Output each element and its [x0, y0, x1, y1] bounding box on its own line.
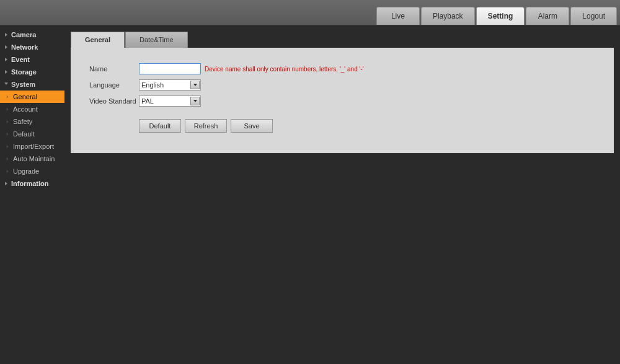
tab-live[interactable]: Live — [376, 7, 420, 25]
refresh-button[interactable]: Refresh — [185, 119, 227, 133]
dropdown-icon — [190, 97, 200, 105]
content-tab-general[interactable]: General — [71, 32, 125, 48]
tab-playback[interactable]: Playback — [421, 7, 475, 25]
sidebar-sub-default[interactable]: ›Default — [0, 128, 64, 140]
sidebar-item-system[interactable]: System — [0, 78, 64, 91]
sidebar-item-camera[interactable]: Camera — [0, 29, 64, 41]
sidebar-sub-label: Account — [13, 105, 38, 113]
language-label: Language — [89, 81, 139, 89]
tab-setting[interactable]: Setting — [476, 7, 525, 25]
sidebar-label: Event — [11, 56, 30, 63]
content-tab-strip: General Date&Time — [71, 32, 614, 48]
sidebar-label: System — [11, 81, 35, 88]
chevron-right-icon — [4, 69, 9, 74]
form-row-name: Name Device name shall only contain numb… — [89, 63, 595, 74]
content-area: General Date&Time Name Device name shall… — [64, 25, 620, 364]
sidebar-label: Camera — [11, 31, 36, 38]
sidebar-item-event[interactable]: Event — [0, 53, 64, 66]
sidebar-item-storage[interactable]: Storage — [0, 66, 64, 78]
sidebar-sub-auto-maintain[interactable]: ›Auto Maintain — [0, 153, 64, 165]
sidebar-sub-label: Import/Export — [13, 143, 54, 150]
name-label: Name — [89, 65, 139, 73]
main-area: Camera Network Event Storage System ›Gen… — [0, 25, 620, 364]
language-value: English — [141, 81, 190, 89]
sidebar-sub-label: Auto Maintain — [13, 155, 55, 162]
chevron-right-icon — [4, 32, 9, 37]
chevron-right-icon: › — [6, 106, 11, 112]
chevron-right-icon — [4, 57, 9, 62]
chevron-down-icon — [4, 82, 9, 87]
name-input[interactable] — [139, 63, 201, 74]
name-hint: Device name shall only contain numbers, … — [205, 66, 364, 73]
chevron-right-icon — [4, 181, 9, 186]
sidebar-item-network[interactable]: Network — [0, 41, 64, 53]
sidebar-sub-safety[interactable]: ›Safety — [0, 115, 64, 128]
button-row: Default Refresh Save — [139, 119, 595, 133]
sidebar-sub-label: Default — [13, 130, 35, 138]
chevron-right-icon: › — [6, 131, 11, 137]
chevron-right-icon: › — [6, 168, 11, 174]
sidebar-label: Information — [11, 180, 49, 187]
chevron-right-icon: › — [6, 156, 11, 162]
language-select[interactable]: English — [139, 79, 201, 91]
sidebar-sub-import-export[interactable]: ›Import/Export — [0, 140, 64, 153]
video-standard-select[interactable]: PAL — [139, 95, 201, 107]
sidebar-sub-upgrade[interactable]: ›Upgrade — [0, 165, 64, 177]
sidebar: Camera Network Event Storage System ›Gen… — [0, 25, 64, 364]
settings-panel: Name Device name shall only contain numb… — [71, 48, 614, 153]
tab-alarm[interactable]: Alarm — [526, 7, 569, 25]
save-button[interactable]: Save — [231, 119, 273, 133]
sidebar-sub-general[interactable]: ›General — [0, 91, 64, 103]
chevron-right-icon: › — [6, 143, 11, 149]
sidebar-label: Storage — [11, 68, 37, 76]
chevron-right-icon: › — [6, 118, 11, 125]
sidebar-sub-label: Safety — [13, 118, 32, 125]
sidebar-label: Network — [11, 43, 38, 51]
video-standard-value: PAL — [141, 97, 190, 105]
form-row-language: Language English — [89, 79, 595, 91]
chevron-right-icon: › — [6, 94, 11, 100]
sidebar-sub-account[interactable]: ›Account — [0, 103, 64, 115]
content-tab-datetime[interactable]: Date&Time — [125, 32, 188, 48]
video-standard-label: Video Standard — [89, 97, 139, 105]
tab-logout[interactable]: Logout — [570, 7, 617, 25]
form-row-video-standard: Video Standard PAL — [89, 95, 595, 107]
sidebar-sub-label: General — [13, 93, 37, 100]
top-nav-bar: Live Playback Setting Alarm Logout — [0, 0, 620, 25]
chevron-right-icon — [4, 45, 9, 50]
sidebar-item-information[interactable]: Information — [0, 177, 64, 190]
sidebar-sub-label: Upgrade — [13, 167, 39, 175]
default-button[interactable]: Default — [139, 119, 181, 133]
dropdown-icon — [190, 81, 200, 89]
